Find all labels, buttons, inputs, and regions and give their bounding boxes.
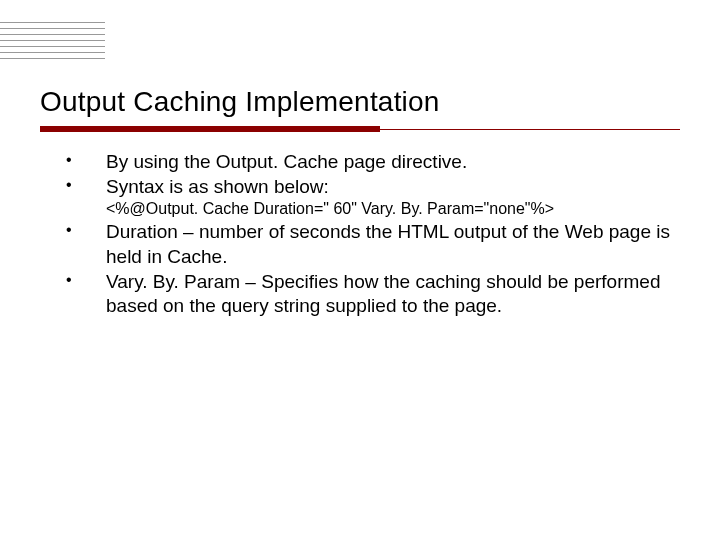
- slide: Output Caching Implementation By using t…: [0, 0, 720, 540]
- bullet-item: By using the Output. Cache page directiv…: [60, 150, 675, 175]
- slide-body: By using the Output. Cache page directiv…: [60, 150, 675, 319]
- bullet-text: Vary. By. Param – Specifies how the cach…: [106, 271, 660, 317]
- decorative-stripes: [0, 22, 105, 64]
- bullet-text: By using the Output. Cache page directiv…: [106, 151, 467, 172]
- bullet-item: Vary. By. Param – Specifies how the cach…: [60, 270, 675, 319]
- bullet-item: Duration – number of seconds the HTML ou…: [60, 220, 675, 269]
- bullet-item: Syntax is as shown below:: [60, 175, 675, 200]
- code-text: <%@Output. Cache Duration=" 60" Vary. By…: [106, 200, 554, 217]
- title-underline: [40, 126, 680, 132]
- slide-title: Output Caching Implementation: [40, 86, 440, 118]
- bullet-text: Syntax is as shown below:: [106, 176, 329, 197]
- bullet-text: Duration – number of seconds the HTML ou…: [106, 221, 670, 267]
- code-line: <%@Output. Cache Duration=" 60" Vary. By…: [60, 199, 675, 220]
